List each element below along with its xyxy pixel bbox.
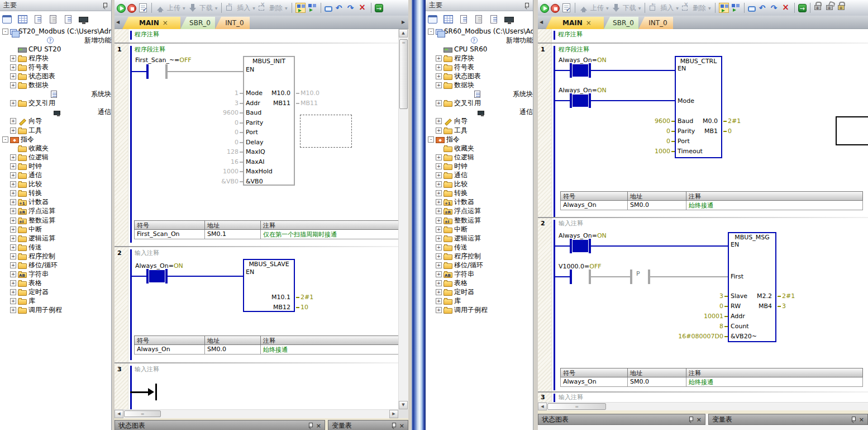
tree-item[interactable]: +±R浮点运算 xyxy=(1,207,111,216)
cancel-icon[interactable] xyxy=(781,3,791,13)
tree-item[interactable]: +移位/循环 xyxy=(1,261,111,270)
delete-button[interactable]: 删除 xyxy=(269,3,283,13)
grid-icon[interactable] xyxy=(443,15,453,23)
delete-button[interactable]: 删除 xyxy=(693,3,706,13)
tree-expand-toggle[interactable]: + xyxy=(436,118,442,124)
grid-icon[interactable] xyxy=(18,15,27,23)
tree-item[interactable]: +库 xyxy=(1,297,111,306)
scrollbar-thumb[interactable]: ≡ xyxy=(547,403,606,410)
insert-icon[interactable] xyxy=(648,3,659,13)
tree-expand-toggle[interactable]: + xyxy=(436,271,442,277)
tree-expand-toggle[interactable]: + xyxy=(10,181,16,187)
document-copy-icon[interactable] xyxy=(50,15,56,23)
tree-expand-toggle[interactable]: + xyxy=(436,163,442,169)
tree-expand-toggle[interactable]: + xyxy=(436,235,442,242)
tree-expand-toggle[interactable]: + xyxy=(10,55,16,62)
run-icon[interactable] xyxy=(117,4,126,13)
tree-item[interactable]: +程序块 xyxy=(1,54,111,63)
program-status-off-icon[interactable] xyxy=(307,3,317,13)
tree-item[interactable]: +数据块 xyxy=(1,81,111,90)
stop-icon[interactable] xyxy=(551,4,560,13)
tree-expand-toggle[interactable]: + xyxy=(10,226,16,233)
tree-item[interactable]: +传送 xyxy=(427,243,533,252)
tree-item[interactable]: 通信 xyxy=(427,108,533,117)
tab-scroll-left-icon[interactable]: ◀ xyxy=(540,20,543,25)
pin-icon[interactable] xyxy=(689,417,694,422)
contact-energized-fill[interactable] xyxy=(573,240,588,252)
tree-expand-toggle[interactable]: + xyxy=(10,235,16,242)
tree-expand-toggle[interactable]: + xyxy=(436,208,442,214)
insert-button[interactable]: 插入 xyxy=(660,3,674,13)
tree-expand-toggle[interactable]: + xyxy=(10,127,16,134)
compile-icon[interactable] xyxy=(562,3,570,12)
tree-item[interactable]: +AB字符串 xyxy=(427,270,533,279)
tab-sbr_0[interactable]: SBR_0 xyxy=(604,17,638,29)
pin-icon[interactable] xyxy=(103,3,108,8)
dropdown-caret-icon[interactable]: ▼ xyxy=(215,6,218,10)
scrollbar-thumb[interactable]: ≡ xyxy=(124,410,161,417)
window-icon[interactable] xyxy=(428,15,437,23)
tab-main[interactable]: MAIN× xyxy=(122,17,180,29)
tree-expand-toggle[interactable]: + xyxy=(436,298,442,304)
scroll-up-button[interactable]: ▲ xyxy=(399,29,408,37)
download-arrow-icon[interactable] xyxy=(188,3,198,13)
pin-icon[interactable] xyxy=(392,423,397,428)
redo-icon[interactable] xyxy=(346,3,356,13)
upload-button[interactable]: 上传 xyxy=(167,3,180,13)
close-icon[interactable]: × xyxy=(399,422,404,429)
box-icon[interactable] xyxy=(748,6,756,12)
document-lines-icon[interactable] xyxy=(490,15,497,23)
dropdown-caret-icon[interactable]: ▼ xyxy=(183,6,185,10)
tree-item[interactable]: +表格 xyxy=(1,279,111,288)
tree-expand-toggle[interactable]: + xyxy=(436,64,442,70)
tree-item[interactable]: -ST20_Modbus (C:\Users\Adminis xyxy=(1,27,111,36)
tree-item[interactable]: +程序控制 xyxy=(427,252,533,261)
tree-expand-toggle[interactable]: + xyxy=(436,190,442,196)
goto-icon[interactable] xyxy=(375,4,383,12)
pin-icon[interactable] xyxy=(308,423,313,428)
tree-expand-toggle[interactable]: + xyxy=(436,244,442,251)
run-icon[interactable] xyxy=(540,4,549,13)
lock-closed-icon[interactable] xyxy=(814,4,824,15)
tree-item[interactable]: +数据块 xyxy=(427,81,533,90)
document-lines-icon[interactable] xyxy=(65,15,71,23)
tree-expand-toggle[interactable]: + xyxy=(436,289,442,295)
tree-expand-toggle[interactable]: + xyxy=(10,154,16,160)
tree-item[interactable]: +时钟 xyxy=(1,162,111,171)
tab-scroll-left-icon[interactable]: ◀ xyxy=(116,20,120,25)
tree-expand-toggle[interactable]: + xyxy=(10,100,16,106)
monitor-icon[interactable] xyxy=(504,17,514,22)
tree-item[interactable]: +定时器 xyxy=(427,288,533,297)
document-copy-icon[interactable] xyxy=(475,15,482,23)
tree-expand-toggle[interactable]: + xyxy=(10,172,16,178)
upload-button[interactable]: 上传 xyxy=(590,3,604,13)
lock-cut-icon[interactable] xyxy=(837,4,847,15)
tree-item[interactable]: +±I整数运算 xyxy=(1,216,111,225)
tree-expand-toggle[interactable]: - xyxy=(428,29,434,35)
document-icon[interactable] xyxy=(460,15,467,23)
undo-icon[interactable] xyxy=(757,3,767,13)
tree-item[interactable]: 通信 xyxy=(1,108,111,117)
tree-item[interactable]: +中断 xyxy=(1,225,111,234)
redo-icon[interactable] xyxy=(769,3,779,13)
tree-item[interactable]: +状态图表 xyxy=(1,72,111,81)
tree-item[interactable]: -SR60_Modbus (C:\Users\Adminis xyxy=(427,27,533,36)
tree-item[interactable]: +逻辑运算 xyxy=(1,234,111,243)
box-icon[interactable] xyxy=(325,6,332,12)
panel-bar-variable-table[interactable]: 变量表× xyxy=(328,420,408,430)
scrollbar-thumb[interactable]: ≡ xyxy=(399,39,408,109)
tree-expand-toggle[interactable]: + xyxy=(436,218,442,224)
tree-expand-toggle[interactable]: + xyxy=(436,73,442,79)
delete-icon[interactable] xyxy=(257,3,268,13)
tree-item[interactable]: ++1计数器 xyxy=(1,198,111,207)
scroll-down-button[interactable]: ▼ xyxy=(399,401,408,409)
delete-icon[interactable] xyxy=(681,3,691,13)
tab-scroll-right-icon[interactable]: ▶ xyxy=(402,20,405,25)
dropdown-caret-icon[interactable]: ▼ xyxy=(676,6,679,10)
tree-expand-toggle[interactable]: + xyxy=(10,73,16,79)
tree-expand-toggle[interactable]: + xyxy=(436,172,442,178)
tree-item[interactable]: +时钟 xyxy=(427,162,533,171)
tree-expand-toggle[interactable]: + xyxy=(436,226,442,233)
tree-item[interactable]: 系统块 xyxy=(427,90,533,99)
upload-arrow-icon[interactable] xyxy=(579,3,589,13)
